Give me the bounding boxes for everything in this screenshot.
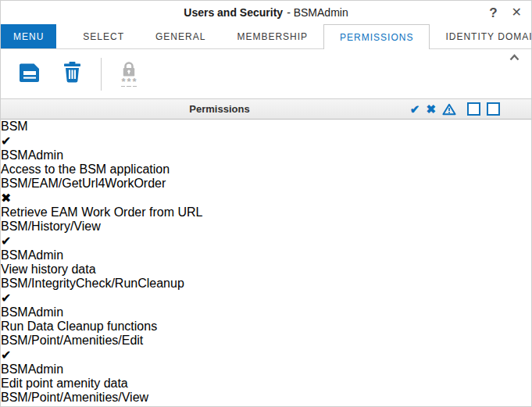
tab-general[interactable]: GENERAL (140, 24, 221, 48)
permission-status-cell: ✖ (1, 191, 531, 205)
tab-bar: MENUSELECTGENERALMEMBERSHIPPERMISSIONSID… (1, 24, 531, 49)
permissions-rows: BSM✔BSMAdminAccess to the BSM applicatio… (1, 120, 531, 407)
tab-menu[interactable]: MENU (1, 24, 56, 48)
table-row[interactable]: BSM/Point/Amenities/Edit✔BSMAdminEdit po… (1, 334, 531, 391)
close-button[interactable]: ✕ (512, 6, 522, 19)
table-row[interactable]: BSM/Point/Amenities/View✔BSMAdminView po… (1, 391, 531, 407)
permission-name-cell: BSM/IntegrityCheck/RunCleanup (1, 277, 531, 291)
tab-permissions[interactable]: PERMISSIONS (323, 24, 430, 49)
table-row[interactable]: BSM/IntegrityCheck/RunCleanup✔BSMAdminRu… (1, 277, 531, 334)
window-title-suffix: - BSMAdmin (287, 6, 348, 19)
denied-cross-icon: ✖ (1, 191, 11, 205)
window-controls: ? ✕ (489, 1, 522, 24)
toolbar-divider (101, 58, 102, 91)
table-row[interactable]: BSM✔BSMAdminAccess to the BSM applicatio… (1, 120, 531, 177)
password-stars: *** (121, 79, 136, 87)
granted-check-icon: ✔ (1, 291, 11, 305)
save-icon (19, 62, 41, 86)
granted-check-icon: ✔ (1, 134, 11, 148)
warning-icon[interactable] (442, 103, 456, 116)
permission-user: BSMAdmin (1, 305, 531, 320)
permission-name: BSM/Point/Amenities/Edit (1, 334, 143, 347)
collapse-toolbar-button[interactable] (509, 51, 520, 65)
permission-status-cell: ✔ (1, 291, 531, 305)
permission-description: View history data (1, 262, 531, 277)
permission-name-cell: BSM/Point/Amenities/Edit (1, 334, 531, 348)
help-button[interactable]: ? (489, 6, 497, 20)
permission-name-cell: BSM/Point/Amenities/View (1, 391, 531, 405)
permission-user: BSMAdmin (1, 362, 531, 377)
permission-name: BSM/Point/Amenities/View (1, 391, 148, 404)
permission-user: BSMAdmin (1, 248, 531, 262)
tab-identity-domains[interactable]: IDENTITY DOMAINS (430, 24, 532, 48)
check-icon[interactable]: ✔ (410, 103, 420, 115)
window-title: Users and Security- BSMAdmin (184, 6, 348, 19)
delete-button[interactable] (55, 56, 88, 92)
window-title-main: Users and Security (184, 6, 283, 19)
chevron-up-icon (509, 51, 520, 64)
permission-status-cell: ✔ (1, 348, 531, 362)
permission-description: Run Data Cleanup functions (1, 320, 531, 334)
granted-check-icon: ✔ (1, 348, 11, 362)
permission-description: Edit point amenity data (1, 377, 531, 391)
table-row[interactable]: BSM/History/View✔BSMAdminView history da… (1, 220, 531, 277)
permission-name: BSM/IntegrityCheck/RunCleanup (1, 277, 184, 290)
permission-user: BSMAdmin (1, 148, 531, 162)
select-all-checkbox-icon[interactable] (467, 102, 480, 116)
permission-name: BSM (1, 120, 28, 133)
titlebar: Users and Security- BSMAdmin ? ✕ (1, 1, 531, 24)
permission-status-cell: ✔ (1, 134, 531, 148)
permission-name-cell: BSM (1, 120, 531, 134)
toolbar: *** (1, 49, 531, 98)
permissions-table: BSM✔BSMAdminAccess to the BSM applicatio… (1, 120, 531, 407)
permission-name-cell: BSM/History/View (1, 220, 531, 234)
panel-actions: ✔ ✖ (410, 102, 500, 116)
panel-title: Permissions (1, 103, 438, 115)
granted-check-icon: ✔ (1, 234, 11, 248)
users-and-security-window: Users and Security- BSMAdmin ? ✕ MENUSEL… (0, 0, 532, 407)
permission-name: BSM/History/View (1, 220, 101, 233)
table-row[interactable]: BSM/EAM/GetUrl4WorkOrder✖Retrieve EAM Wo… (1, 177, 531, 220)
permission-description: Retrieve EAM Work Order from URL (1, 205, 531, 220)
tab-select[interactable]: SELECT (67, 24, 140, 48)
cross-icon[interactable]: ✖ (426, 103, 436, 115)
change-password-button[interactable]: *** (112, 56, 145, 92)
permission-name: BSM/EAM/GetUrl4WorkOrder (1, 177, 166, 190)
permission-description: Access to the BSM application (1, 162, 531, 177)
permission-name-cell: BSM/EAM/GetUrl4WorkOrder (1, 177, 531, 191)
deselect-all-checkbox-icon[interactable] (487, 102, 500, 116)
trash-icon (62, 62, 82, 86)
permission-status-cell: ✔ (1, 234, 531, 248)
tab-membership[interactable]: MEMBERSHIP (221, 24, 323, 48)
permissions-panel-header: Permissions ✔ ✖ (1, 98, 531, 120)
save-button[interactable] (13, 56, 46, 92)
